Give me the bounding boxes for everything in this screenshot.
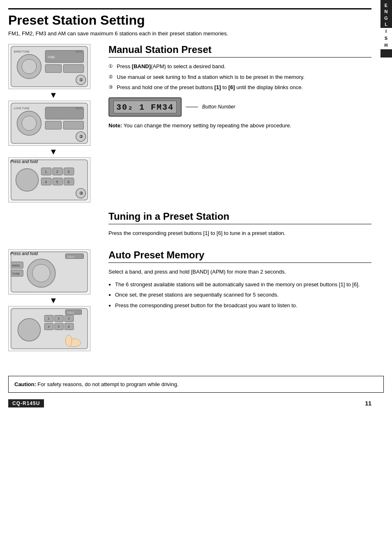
svg-rect-6	[63, 64, 83, 73]
tuning-section-row: Tuning in a Preset Station Press the cor…	[8, 211, 371, 241]
manual-images-col: TUNE ① BAND TUNE CD-C ▼	[8, 44, 99, 203]
side-tab-h: H	[380, 42, 392, 49]
auto-bullet-1: The 6 strongest available stations will …	[108, 281, 371, 289]
radio-image-1: TUNE ① BAND TUNE CD-C	[8, 44, 90, 89]
auto-section-title: Auto Preset Memory	[108, 249, 371, 263]
svg-text:6: 6	[68, 325, 70, 329]
tuning-images-spacer	[8, 211, 99, 241]
svg-text:TUNE: TUNE	[22, 107, 30, 110]
arrow-3: ▼	[8, 296, 99, 304]
svg-point-14	[22, 116, 36, 130]
tuning-text-col: Tuning in a Preset Station Press the cor…	[108, 211, 371, 241]
auto-bullets-list: The 6 strongest available stations will …	[108, 281, 371, 310]
svg-text:CD-C: CD-C	[67, 311, 74, 314]
arrow-2: ▼	[8, 147, 99, 156]
radio-image-2: ② LOVE TUNE CD-C	[8, 101, 90, 146]
svg-point-66	[65, 335, 72, 346]
side-tab-i: I	[380, 28, 392, 35]
side-tab-l: L	[385, 21, 388, 28]
svg-point-41	[32, 264, 50, 282]
button-number-label: Button Number	[202, 104, 235, 110]
svg-text:BAND: BAND	[14, 50, 22, 53]
radio-image-3: Press and hold 1 2 3 4 5	[8, 157, 90, 203]
svg-text:CD-C: CD-C	[67, 255, 74, 258]
svg-text:4: 4	[45, 180, 47, 184]
manual-text-col: Manual Station Preset ① Press [BAND](APM…	[108, 44, 371, 203]
svg-text:3: 3	[68, 317, 70, 320]
note-body: You can change the memory setting by rep…	[124, 122, 292, 129]
svg-text:CD-C: CD-C	[76, 107, 83, 110]
svg-text:LOVE: LOVE	[14, 107, 22, 110]
side-tab-g: G	[384, 15, 388, 21]
button-number-arrow	[186, 107, 198, 107]
svg-point-2	[22, 59, 36, 74]
manual-step-2: ② Use manual or seek tuning to find a st…	[108, 73, 371, 81]
svg-text:②: ②	[79, 134, 83, 139]
auto-intro: Select a band, and press and hold [BAND]…	[108, 268, 371, 276]
svg-text:TUNE: TUNE	[12, 272, 20, 275]
side-tab-s: S	[380, 35, 392, 42]
lcd-text: 30₂ 1 FM34	[113, 101, 177, 113]
tuning-section-title: Tuning in a Preset Station	[108, 211, 371, 224]
caution-box: Caution: For safety reasons, do not atte…	[8, 376, 384, 393]
radio-image-4: Press and hold BAND TUNE CD-C CD-C	[8, 249, 90, 295]
svg-text:2: 2	[56, 170, 58, 174]
manual-note: Note: You can change the memory setting …	[108, 122, 371, 130]
lcd-display: 30₂ 1 FM34	[108, 97, 182, 117]
arrow-1: ▼	[8, 91, 99, 99]
side-tab-e: E	[385, 2, 388, 9]
svg-text:4: 4	[48, 325, 50, 329]
page-subtitle: FM1, FM2, FM3 and AM can save maximum 6 …	[8, 30, 371, 37]
tuning-body: Press the corresponding preset buttons […	[108, 229, 371, 238]
radio-image-5: CD-C 1 2 3 4 5 6	[8, 306, 90, 351]
auto-images-col: Press and hold BAND TUNE CD-C CD-C ▼	[8, 249, 99, 351]
svg-text:5: 5	[56, 180, 58, 184]
side-tab-n: N	[385, 9, 388, 15]
page-number: 11	[365, 400, 371, 407]
manual-section-row: TUNE ① BAND TUNE CD-C ▼	[8, 44, 371, 203]
svg-point-24	[16, 169, 39, 191]
svg-text:5: 5	[58, 325, 60, 329]
svg-point-52	[18, 318, 40, 341]
auto-bullet-2: Once set, the preset stations are sequen…	[108, 291, 371, 299]
press-hold-label-1: Press and hold	[10, 159, 38, 164]
auto-bullet-3: Press the corresponding preset button fo…	[108, 302, 371, 310]
lcd-display-area: 30₂ 1 FM34 Button Number	[108, 97, 371, 117]
title-bar: Preset Station Setting FM1, FM2, FM3 and…	[8, 8, 371, 37]
svg-text:6: 6	[67, 180, 69, 184]
manual-section-title: Manual Station Preset	[108, 44, 371, 58]
svg-text:2: 2	[58, 317, 60, 320]
svg-text:CD-C: CD-C	[76, 50, 83, 53]
press-hold-label-2: Press and hold	[10, 251, 38, 256]
manual-step-1: ① Press [BAND](APM) to select a desired …	[108, 62, 371, 71]
model-badge: CQ-R145U	[8, 399, 44, 407]
side-tab: E N G L I S H	[380, 0, 392, 58]
page-title: Preset Station Setting	[8, 13, 371, 28]
svg-text:①: ①	[79, 78, 83, 82]
svg-text:1: 1	[45, 170, 47, 174]
svg-rect-5	[45, 64, 61, 73]
svg-text:TUNE: TUNE	[47, 55, 55, 59]
svg-rect-17	[63, 121, 83, 129]
note-label: Note:	[108, 122, 122, 129]
svg-text:BAND: BAND	[12, 264, 20, 267]
auto-section-row: Press and hold BAND TUNE CD-C CD-C ▼	[8, 249, 371, 351]
svg-text:1: 1	[48, 317, 49, 320]
bottom-bar: CQ-R145U 11	[0, 397, 380, 410]
caution-label: Caution:	[14, 381, 36, 387]
caution-text: For safety reasons, do not attempt to pr…	[37, 381, 178, 387]
manual-steps-list: ① Press [BAND](APM) to select a desired …	[108, 62, 371, 92]
svg-text:③: ③	[79, 191, 83, 196]
svg-text:TUNE: TUNE	[22, 50, 30, 53]
manual-step-3: ③ Press and hold one of the preset butto…	[108, 83, 371, 92]
main-content: Preset Station Setting FM1, FM2, FM3 and…	[0, 0, 380, 368]
svg-rect-16	[45, 121, 61, 129]
auto-text-col: Auto Preset Memory Select a band, and pr…	[108, 249, 371, 351]
svg-text:3: 3	[67, 170, 69, 174]
